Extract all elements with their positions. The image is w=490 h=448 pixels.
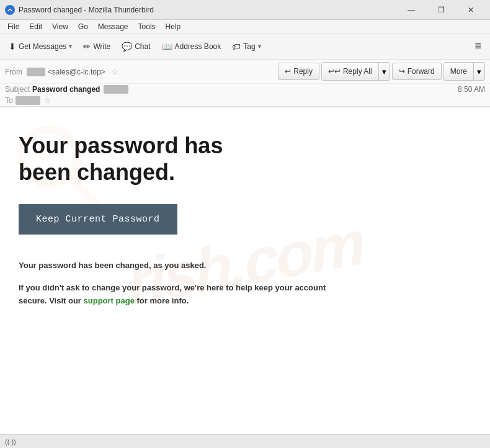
window-controls: — ❐ ✕	[397, 0, 485, 20]
get-messages-dropdown-arrow[interactable]: ▾	[69, 43, 72, 50]
subject-row: Subject Password changed 8:50 AM	[0, 84, 490, 95]
to-label: To	[5, 96, 13, 105]
from-email: <sales@c-lc.top>	[48, 68, 105, 76]
more-dropdown-button[interactable]: ▾	[473, 63, 484, 80]
menu-tools[interactable]: Tools	[133, 20, 161, 34]
from-name-blurred	[27, 68, 45, 76]
get-messages-icon: ⬇	[9, 42, 16, 52]
email-content: rish.com Your password has been changed.…	[0, 107, 490, 434]
keep-password-button[interactable]: Keep Current Password	[19, 204, 177, 235]
tag-button[interactable]: 🏷 Tag ▾	[227, 37, 265, 56]
reply-all-main-button[interactable]: ↩↩ Reply All	[322, 63, 378, 80]
status-icon: ((·))	[5, 438, 16, 446]
write-icon: ✏	[83, 42, 91, 52]
email-paragraph-2: If you didn't ask to change your passwor…	[19, 282, 329, 308]
menu-help[interactable]: Help	[161, 20, 186, 34]
menu-go[interactable]: Go	[73, 20, 93, 34]
write-button[interactable]: ✏ Write	[78, 37, 115, 56]
from-label: From	[5, 68, 22, 76]
address-book-button[interactable]: 📖 Address Book	[157, 37, 226, 56]
get-messages-button[interactable]: ⬇ Get Messages ▾	[4, 37, 77, 56]
email-content-area: rish.com Your password has been changed.…	[0, 107, 490, 434]
forward-icon: ↪	[399, 67, 405, 76]
to-value-blurred	[16, 96, 40, 105]
app-window: Password changed - Mozilla Thunderbird —…	[0, 0, 490, 448]
restore-button[interactable]: ❐	[427, 0, 455, 20]
menu-view[interactable]: View	[47, 20, 73, 34]
titlebar: Password changed - Mozilla Thunderbird —…	[0, 0, 490, 20]
more-main-button[interactable]: More	[444, 63, 473, 80]
to-star[interactable]: ☆	[44, 96, 51, 105]
statusbar: ((·))	[0, 434, 490, 448]
close-button[interactable]: ✕	[457, 0, 485, 20]
menubar: File Edit View Go Message Tools Help	[0, 20, 490, 34]
chat-icon: 💬	[122, 42, 132, 52]
reply-all-split-button: ↩↩ Reply All ▾	[321, 62, 390, 81]
hamburger-menu-button[interactable]: ≡	[470, 37, 486, 56]
chat-button[interactable]: 💬 Chat	[117, 37, 155, 56]
email-header: From <sales@c-lc.top> ☆ ↩ Reply ↩↩ Reply…	[0, 60, 490, 107]
menu-message[interactable]: Message	[93, 20, 133, 34]
to-row: To ☆	[0, 95, 490, 106]
toolbar: ⬇ Get Messages ▾ ✏ Write 💬 Chat 📖 Addres…	[0, 34, 490, 60]
menu-edit[interactable]: Edit	[24, 20, 47, 34]
app-icon	[5, 5, 15, 15]
reply-all-dropdown-button[interactable]: ▾	[378, 63, 390, 80]
tag-icon: 🏷	[232, 42, 241, 52]
reply-button[interactable]: ↩ Reply	[278, 63, 319, 80]
email-headline: Your password has been changed.	[19, 132, 267, 186]
minimize-button[interactable]: —	[397, 0, 425, 20]
subject-blurred	[104, 85, 128, 94]
reply-icon: ↩	[285, 67, 291, 76]
subject-value: Password changed	[32, 85, 100, 94]
more-split-button: More ▾	[443, 62, 485, 81]
tag-dropdown-arrow[interactable]: ▾	[258, 43, 261, 50]
email-action-buttons: ↩ Reply ↩↩ Reply All ▾ ↪ Forward More	[278, 62, 485, 81]
forward-button[interactable]: ↪ Forward	[392, 63, 442, 80]
from-field: From <sales@c-lc.top> ☆	[5, 67, 278, 76]
support-page-link[interactable]: support page	[84, 296, 135, 305]
from-row: From <sales@c-lc.top> ☆ ↩ Reply ↩↩ Reply…	[0, 60, 490, 84]
window-title: Password changed - Mozilla Thunderbird	[19, 6, 397, 14]
from-star-button[interactable]: ☆	[111, 67, 118, 76]
email-timestamp: 8:50 AM	[458, 85, 485, 94]
subject-label: Subject	[5, 85, 30, 94]
email-body: rish.com Your password has been changed.…	[0, 107, 490, 418]
email-paragraph-1: Your password has been changed, as you a…	[19, 259, 329, 272]
address-book-icon: 📖	[162, 42, 172, 52]
svg-point-0	[7, 7, 13, 13]
menu-file[interactable]: File	[2, 20, 24, 34]
reply-all-icon: ↩↩	[328, 67, 341, 76]
